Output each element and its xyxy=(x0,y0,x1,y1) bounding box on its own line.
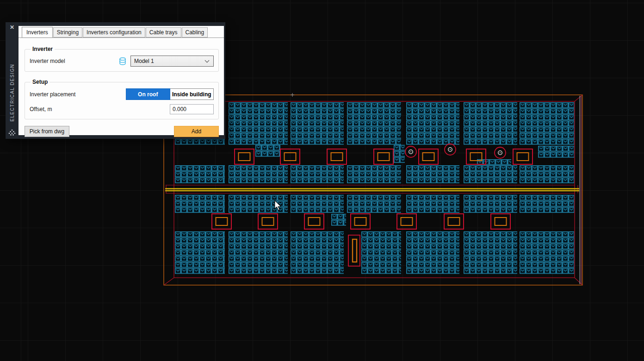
inverter-pad xyxy=(419,149,438,164)
inverter-pad xyxy=(374,149,393,164)
palette-title-bar: ✕ ELECTRICAL DESIGN xyxy=(6,22,19,139)
inverter-pad xyxy=(280,149,300,164)
inverter-placement-label: Inverter placement xyxy=(30,91,126,98)
inverter-pad xyxy=(235,149,254,164)
inverter-pad xyxy=(491,214,510,229)
offset-input[interactable] xyxy=(170,104,214,114)
inverter-model-select[interactable]: Model 1 xyxy=(130,56,214,67)
tab-inverters[interactable]: Inverters xyxy=(22,27,53,38)
inverter-group-title: Inverter xyxy=(31,46,55,52)
cad-workspace: ✕ ELECTRICAL DESIGN Inverters Stringing … xyxy=(0,0,644,361)
tab-stringing[interactable]: Stringing xyxy=(53,27,82,37)
point-marker xyxy=(291,93,294,97)
inverter-pad xyxy=(444,214,464,229)
chevron-down-icon xyxy=(205,58,210,62)
palette-body: Inverters Stringing Inverters configurat… xyxy=(19,26,224,135)
roof-hatch xyxy=(348,235,360,266)
inverter-pad xyxy=(513,149,533,164)
setup-group: Setup Inverter placement On roof Inside … xyxy=(25,79,219,119)
action-row: Pick from dwg Add xyxy=(25,126,219,137)
roof-vent xyxy=(495,147,506,158)
inverter-pad xyxy=(397,214,416,229)
tab-page-inverters: Inverter Inverter model Model 1 xyxy=(19,37,224,141)
close-icon[interactable]: ✕ xyxy=(10,25,14,31)
palette-title: ELECTRICAL DESIGN xyxy=(10,64,15,122)
roof-vent xyxy=(405,146,416,157)
inverter-pad xyxy=(212,214,231,229)
inverter-model-label: Inverter model xyxy=(30,58,118,64)
pick-from-dwg-button[interactable]: Pick from dwg xyxy=(25,126,69,137)
palette-grip-icon[interactable] xyxy=(8,129,16,136)
tab-inverters-configuration[interactable]: Inverters configuration xyxy=(83,27,145,37)
tab-cabling[interactable]: Cabling xyxy=(182,27,208,37)
setup-group-title: Setup xyxy=(31,79,50,85)
inverter-pad xyxy=(327,149,347,164)
placement-option-on-roof[interactable]: On roof xyxy=(126,88,170,100)
roof-vent xyxy=(445,144,456,155)
inverter-pad xyxy=(351,214,370,229)
inverter-model-value: Model 1 xyxy=(131,58,205,64)
add-button[interactable]: Add xyxy=(174,126,219,137)
tab-cable-trays[interactable]: Cable trays xyxy=(146,27,181,37)
electrical-design-palette: ✕ ELECTRICAL DESIGN Inverters Stringing … xyxy=(6,22,225,139)
placement-option-inside-building[interactable]: Inside building xyxy=(170,88,214,100)
tab-bar: Inverters Stringing Inverters configurat… xyxy=(19,26,224,37)
roof-ridge-line xyxy=(165,185,579,193)
inverter-pad xyxy=(258,214,278,229)
offset-label: Offset, m xyxy=(30,106,170,112)
database-icon xyxy=(118,57,127,66)
placement-toggle: On roof Inside building xyxy=(126,88,214,100)
solar-panel-arrays xyxy=(175,102,574,274)
inverter-group: Inverter Inverter model Model 1 xyxy=(25,46,219,72)
inverter-pad xyxy=(304,214,324,229)
